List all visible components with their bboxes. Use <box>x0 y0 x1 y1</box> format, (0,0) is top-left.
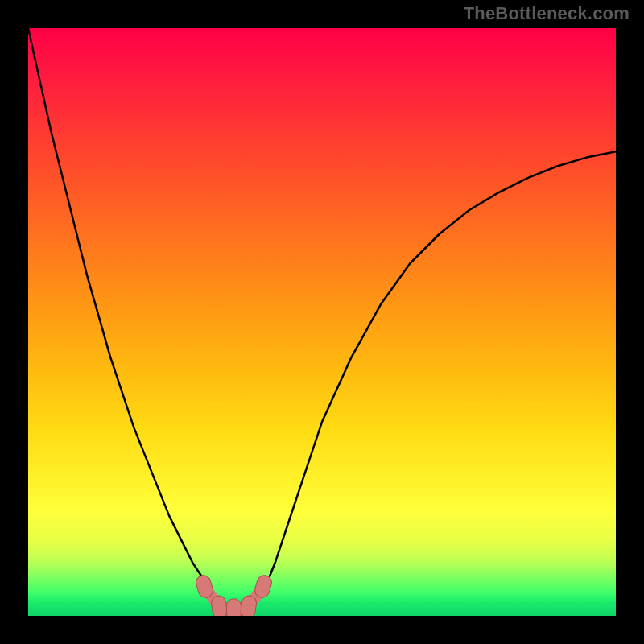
curve-marker <box>240 595 258 616</box>
markers-group <box>194 574 273 616</box>
curve-marker <box>210 595 228 616</box>
plot-area <box>28 28 616 616</box>
outer-frame: TheBottleneck.com <box>0 0 644 644</box>
curve-marker <box>227 599 242 616</box>
curve-markers <box>28 28 616 616</box>
watermark-text: TheBottleneck.com <box>464 3 630 24</box>
